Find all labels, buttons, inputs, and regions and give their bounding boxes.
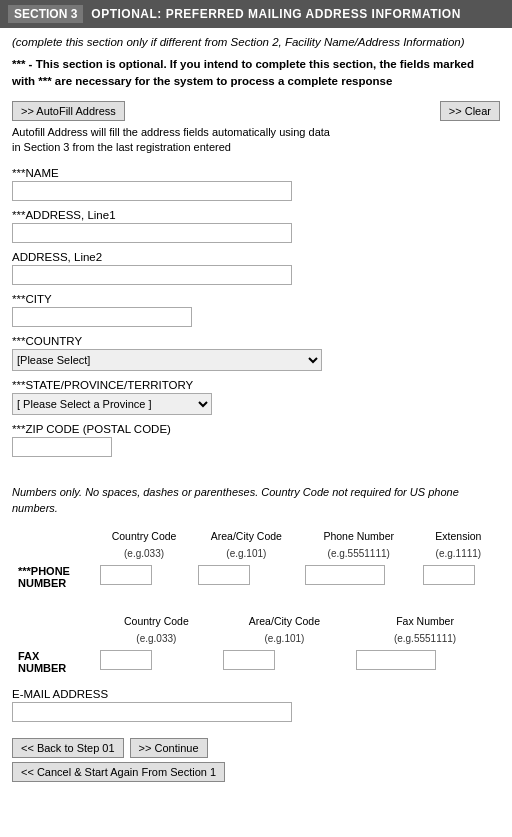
email-label: E-MAIL ADDRESS [12,688,500,700]
name-field-group: ***NAME [12,167,500,201]
continue-button[interactable]: >> Continue [130,738,208,758]
fax-number-header: Fax Number [352,613,498,629]
city-field-group: ***CITY [12,293,500,327]
phone-number-input[interactable] [305,565,385,585]
back-button[interactable]: << Back to Step 01 [12,738,124,758]
autofill-note: Autofill Address will fill the address f… [12,125,332,156]
email-input[interactable] [12,702,292,722]
name-input[interactable] [12,181,292,201]
name-label: ***NAME [12,167,500,179]
state-label: ***STATE/PROVINCE/TERRITORY [12,379,500,391]
phone-area-code-input[interactable] [198,565,250,585]
phone-country-code-input[interactable] [100,565,152,585]
footer-row-2: << Cancel & Start Again From Section 1 [12,762,500,782]
address2-label: ADDRESS, Line2 [12,251,500,263]
section-title: OPTIONAL: PREFERRED MAILING ADDRESS INFO… [91,7,461,21]
city-label: ***CITY [12,293,500,305]
zip-input[interactable] [12,437,112,457]
phone-number-example: (e.g.5551111) [301,546,417,561]
footer-row-1: << Back to Step 01 >> Continue [12,738,500,758]
state-select[interactable]: [ Please Select a Province ] [12,393,212,415]
fax-country-example: (e.g.033) [96,631,217,646]
section-header: SECTION 3 OPTIONAL: PREFERRED MAILING AD… [0,0,512,28]
cancel-button[interactable]: << Cancel & Start Again From Section 1 [12,762,225,782]
phone-number-header: Phone Number [301,528,417,544]
phone-area-city-header: Area/City Code [194,528,299,544]
address1-label: ***ADDRESS, Line1 [12,209,500,221]
fax-area-city-header: Area/City Code [219,613,350,629]
footer-buttons: << Back to Step 01 >> Continue << Cancel… [0,730,512,790]
phone-country-example: (e.g.033) [96,546,192,561]
section-subtitle: (complete this section only if different… [12,36,500,48]
autofill-row: >> AutoFill Address >> Clear [12,101,500,121]
phone-extension-header: Extension [419,528,498,544]
city-input[interactable] [12,307,192,327]
phone-country-code-header: Country Code [96,528,192,544]
clear-button[interactable]: >> Clear [440,101,500,121]
country-select[interactable]: [Please Select] [12,349,322,371]
country-label: ***COUNTRY [12,335,500,347]
zip-field-group: ***ZIP CODE (POSTAL CODE) [12,423,500,457]
fax-number-input[interactable] [356,650,436,670]
fax-country-code-header: Country Code [96,613,217,629]
fax-table: Country Code Area/City Code Fax Number (… [12,611,500,678]
address2-input[interactable] [12,265,292,285]
autofill-button[interactable]: >> AutoFill Address [12,101,125,121]
state-field-group: ***STATE/PROVINCE/TERRITORY [ Please Sel… [12,379,500,415]
phone-note: Numbers only. No spaces, dashes or paren… [12,485,500,516]
fax-number-example: (e.g.5551111) [352,631,498,646]
phone-section: Numbers only. No spaces, dashes or paren… [12,485,500,593]
section-number: SECTION 3 [8,5,83,23]
phone-label: ***PHONE NUMBER [14,563,94,591]
address2-field-group: ADDRESS, Line2 [12,251,500,285]
fax-label: FAX NUMBER [14,648,94,676]
fax-area-code-input[interactable] [223,650,275,670]
phone-table: Country Code Area/City Code Phone Number… [12,526,500,593]
country-field-group: ***COUNTRY [Please Select] [12,335,500,371]
phone-extension-input[interactable] [423,565,475,585]
zip-label: ***ZIP CODE (POSTAL CODE) [12,423,500,435]
fax-area-example: (e.g.101) [219,631,350,646]
fax-country-code-input[interactable] [100,650,152,670]
address1-field-group: ***ADDRESS, Line1 [12,209,500,243]
email-section: E-MAIL ADDRESS [12,688,500,722]
phone-extension-example: (e.g.1111) [419,546,498,561]
phone-area-example: (e.g.101) [194,546,299,561]
fax-section: Country Code Area/City Code Fax Number (… [12,611,500,678]
address1-input[interactable] [12,223,292,243]
section-notice: *** - This section is optional. If you i… [12,56,500,91]
